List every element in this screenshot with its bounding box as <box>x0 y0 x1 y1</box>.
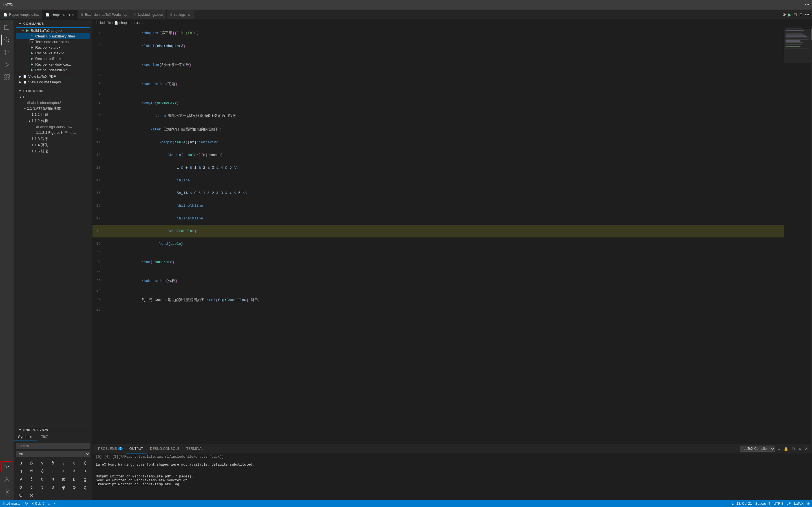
line-content[interactable]: \end{table} <box>105 237 784 250</box>
command-xelatex[interactable]: ▶ Recipe: xelatex <box>16 45 90 50</box>
sym-epsilon2[interactable]: ε <box>69 459 79 467</box>
sym-zeta[interactable]: ζ <box>80 459 90 467</box>
sym-rho1[interactable]: ρ <box>69 475 79 483</box>
structure-1-1-5[interactable]: 1.1.5 结论 <box>13 148 92 154</box>
panel-tab-debug[interactable]: DEBUG CONSOLE <box>147 444 183 453</box>
run-icon[interactable]: ▶ <box>788 12 792 17</box>
panel-content[interactable]: [5] [4] [3][7/Report-template.aux (1/inc… <box>93 454 812 500</box>
sym-omicron[interactable]: ο <box>37 475 47 483</box>
sym-eta[interactable]: η <box>16 467 26 475</box>
snippet-tab-tikz[interactable]: TikZ <box>37 433 53 441</box>
status-encoding[interactable]: UTF-8 <box>774 502 783 506</box>
command-view-pdf[interactable]: ▶ 📄 View LaTeX PDF <box>13 73 92 79</box>
snippet-tab-symbols[interactable]: Symbols <box>13 433 37 441</box>
sym-varpi[interactable]: ϖ <box>58 475 68 483</box>
structure-label-cha[interactable]: #Label: cha:chapter3 <box>13 100 92 105</box>
sym-theta2[interactable]: ϑ <box>37 467 47 475</box>
sym-phi2[interactable]: φ <box>69 484 79 491</box>
structure-1-1-4[interactable]: 1.1.4 算例 <box>13 142 92 148</box>
tab-keybindings[interactable]: {} keybindings.json <box>131 10 167 19</box>
compiler-select[interactable]: LaTeX Compiler <box>740 446 775 452</box>
layout-icon[interactable]: ⊞ <box>799 12 803 17</box>
structure-1-1[interactable]: ▾ 1.1 3次样条插值函数 <box>13 105 92 112</box>
commands-collapse-icon[interactable]: ▾ <box>19 22 21 25</box>
sym-mu[interactable]: μ <box>80 467 90 475</box>
line-content[interactable]: \hline\hline <box>105 212 784 225</box>
sym-theta1[interactable]: θ <box>27 467 37 475</box>
sym-delta[interactable]: δ <box>48 459 58 467</box>
sym-pi[interactable]: π <box>48 475 58 483</box>
line-content[interactable]: \label{cha:chapter3} <box>105 40 784 52</box>
activity-extensions[interactable] <box>1 71 12 83</box>
sym-varsigma[interactable]: ς <box>27 484 37 491</box>
structure-1-1-2[interactable]: ▾ 1.1.2 分析 <box>13 118 92 124</box>
line-content[interactable]: \subsection{问题} <box>105 77 784 91</box>
activity-settings[interactable] <box>1 487 12 498</box>
panel-tab-output[interactable]: OUTPUT <box>126 444 147 453</box>
line-content[interactable]: $x_i$ & 0 & 1 & 2 & 3 & 4 & 5 \\ <box>105 187 784 200</box>
breadcrumb-includefile[interactable]: includefile <box>96 21 111 25</box>
panel-tab-problems[interactable]: PROBLEMS 5 <box>95 444 126 453</box>
sym-tau[interactable]: τ <box>37 484 47 491</box>
activity-accounts[interactable] <box>1 474 12 485</box>
line-content[interactable]: \begin{tabular}{c|cccccc} <box>105 149 784 161</box>
sym-phi1[interactable]: φ <box>58 484 68 491</box>
command-view-log[interactable]: ▶ 📋 View Log messages <box>13 79 92 85</box>
line-content[interactable]: \item 编制求第一型3次样条插值函数的通用程序； <box>105 109 784 122</box>
line-content[interactable] <box>105 269 784 274</box>
source-control-icon[interactable]: ⟳ <box>783 12 786 17</box>
titlebar-more[interactable]: ••• <box>805 3 809 7</box>
line-content[interactable] <box>105 307 784 313</box>
line-content[interactable] <box>105 288 784 293</box>
line-content[interactable]: \hline\hline <box>105 200 784 212</box>
panel-tab-terminal[interactable]: TERMINAL <box>183 444 207 453</box>
breadcrumb-filename[interactable]: chapter4.tex <box>119 21 138 25</box>
command-pdflatex[interactable]: ▶ Recipe: pdflatex <box>16 56 90 61</box>
activity-debug[interactable] <box>1 59 12 70</box>
status-spaces[interactable]: Spaces: 4 <box>755 502 770 506</box>
structure-1-1-3[interactable]: 1.1.3 程序 <box>13 136 92 142</box>
sym-upsilon[interactable]: υ <box>48 484 58 491</box>
tab-report-template[interactable]: 📄 Report-template.tex <box>0 10 42 19</box>
structure-1-1-1[interactable]: 1.1.1 问题 <box>13 112 92 118</box>
panel-close-icon[interactable]: ✕ <box>804 446 809 452</box>
tab-settings[interactable]: {} settings ⚙ <box>167 10 194 19</box>
line-content[interactable]: \begin{enumerate} <box>105 96 784 109</box>
activity-files[interactable] <box>1 22 12 33</box>
line-content[interactable]: \section{3次样条插值函数} <box>105 58 784 71</box>
panel-clear-icon[interactable]: ⊡ <box>791 446 796 452</box>
structure-collapse-icon[interactable]: ▾ <box>19 89 21 93</box>
line-content[interactable]: \end{tabular} <box>105 225 784 237</box>
structure-1-1-2-1[interactable]: 1.1.2.1 Figure: 列主元 ... <box>13 129 92 136</box>
sym-alpha[interactable]: α <box>16 459 26 467</box>
activity-search[interactable] <box>1 34 12 46</box>
status-check[interactable]: ✓ <box>53 502 56 506</box>
snippet-collapse-icon[interactable]: ▾ <box>19 428 21 432</box>
tab-chapter4[interactable]: 📄 chapter4.tex ✕ <box>42 10 78 19</box>
line-content[interactable]: \item 已知汽车门曲线型值点的数据如下： <box>105 122 784 136</box>
command-pdf-bib[interactable]: ▶ Recipe: pdf->bib->p... <box>16 67 90 73</box>
command-build[interactable]: ▾ ▶ Build LaTeX project <box>16 27 90 33</box>
panel-list-icon[interactable]: ≡ <box>777 446 781 452</box>
sym-nu[interactable]: ν <box>16 475 26 483</box>
sym-epsilon1[interactable]: ε <box>58 459 68 467</box>
sym-psi[interactable]: ψ <box>16 492 26 499</box>
sym-kappa[interactable]: κ <box>58 467 68 475</box>
sym-chi[interactable]: χ <box>80 484 90 491</box>
activity-git[interactable] <box>1 47 12 58</box>
sym-iota[interactable]: ι <box>48 467 58 475</box>
snippet-filter-select[interactable]: All <box>16 451 90 457</box>
structure-1[interactable]: ▾ 1 <box>13 94 92 100</box>
status-sync[interactable]: ↻ <box>25 502 28 506</box>
sym-rho2[interactable]: ϱ <box>80 475 90 483</box>
command-terminate[interactable]: □ Terminate current co... <box>16 39 90 45</box>
status-home[interactable]: ⌂ <box>48 502 50 506</box>
line-content[interactable]: \chapter[第三章]{} % (fold) <box>105 26 784 40</box>
split-editor-icon[interactable]: ⊟ <box>794 12 797 17</box>
line-content[interactable] <box>105 52 784 58</box>
status-latex-icon[interactable]: ⊗ <box>807 502 810 506</box>
status-language[interactable]: LaTeX <box>794 502 804 506</box>
more-actions-icon[interactable]: ••• <box>805 12 809 17</box>
line-content[interactable] <box>105 91 784 96</box>
line-content[interactable]: \begin{table}[ht]\centering <box>105 136 784 149</box>
